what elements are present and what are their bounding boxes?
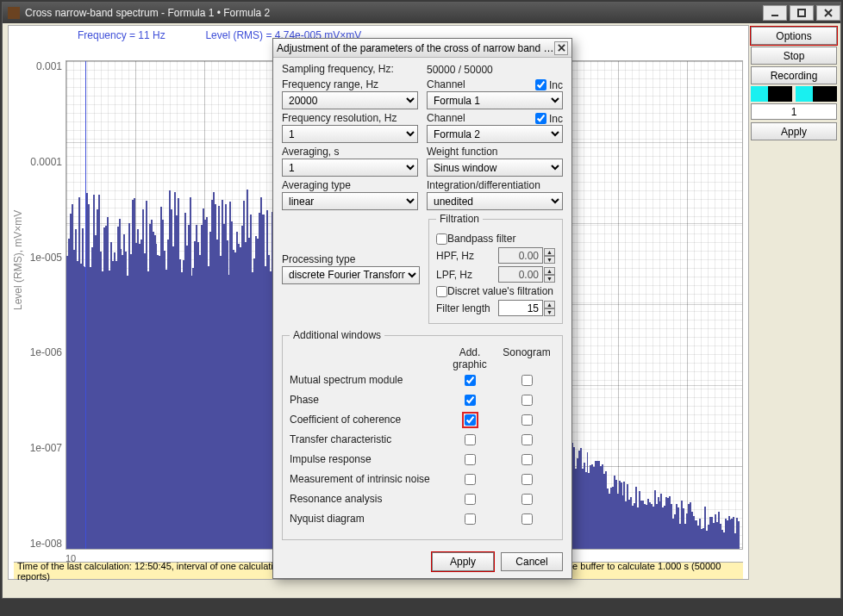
sidebar-value-input[interactable]	[751, 103, 837, 120]
channel2-label: Channel	[427, 112, 465, 124]
right-sidebar: Options Stop Recording Apply	[751, 27, 837, 142]
options-button[interactable]: Options	[751, 27, 837, 45]
weight-func-label: Weight function	[427, 146, 563, 158]
addwin-graphic-checkbox[interactable]	[465, 513, 476, 525]
dialog-titlebar[interactable]: Adjustment of the parameters of the cros…	[273, 39, 571, 58]
averaging-type-select[interactable]: linear	[282, 192, 418, 210]
addwin-sonogram-checkbox[interactable]	[521, 513, 533, 525]
dialog-apply-button[interactable]: Apply	[432, 552, 494, 571]
channel2-inc-checkbox[interactable]	[535, 113, 546, 124]
sampling-freq-value: 50000 / 50000	[427, 64, 563, 76]
filter-length-input[interactable]	[498, 300, 543, 316]
discret-label: Discret value's filtration	[447, 285, 555, 297]
addwin-graphic-checkbox[interactable]	[465, 494, 476, 505]
addwin-row-label: Nyquist diagram	[290, 513, 441, 525]
stop-button[interactable]: Stop	[751, 47, 837, 65]
hpf-input[interactable]	[498, 247, 543, 264]
dialog-title: Adjustment of the parameters of the cros…	[277, 42, 554, 54]
processing-type-select[interactable]: discrete Fourier Transform	[282, 266, 420, 284]
lpf-up-icon[interactable]: ▲	[544, 267, 555, 275]
addwin-graphic-checkbox[interactable]	[465, 434, 476, 445]
lpf-input[interactable]	[498, 266, 543, 283]
sampling-freq-label: Sampling frequency, Hz:	[282, 63, 418, 75]
close-button[interactable]	[816, 5, 840, 21]
addwin-row-label: Resonance analysis	[290, 493, 441, 505]
addwin-sonogram-checkbox[interactable]	[521, 434, 533, 445]
freq-res-select[interactable]: 1	[282, 125, 418, 143]
lpf-label: LPF, Hz	[436, 269, 498, 281]
hpf-up-icon[interactable]: ▲	[544, 248, 555, 256]
y-axis-label: Level (RMS), mV×mV	[12, 210, 24, 310]
main-window-title: Cross narrow-band spectrum - Formula 1 •…	[25, 7, 760, 19]
additional-windows-legend: Additional windows	[290, 329, 384, 341]
sidebar-apply-button[interactable]: Apply	[751, 122, 837, 140]
addwin-graphic-checkbox[interactable]	[465, 474, 476, 485]
channel2-select[interactable]: Formula 2	[427, 125, 563, 143]
addwin-graphic-checkbox[interactable]	[465, 454, 476, 465]
averaging-type-label: Averaging type	[282, 179, 418, 191]
freq-range-select[interactable]: 20000	[282, 91, 418, 109]
channel1-inc-checkbox[interactable]	[535, 79, 546, 90]
integration-label: Integration/differentiation	[427, 179, 563, 191]
channel1-swatch[interactable]	[751, 86, 792, 102]
flen-down-icon[interactable]: ▼	[544, 308, 555, 316]
y-axis-ticks: 0.0010.00011e-0051e-0061e-0071e-008	[24, 60, 62, 550]
addwin-sonogram-checkbox[interactable]	[521, 414, 533, 426]
hpf-label: HPF, Hz	[436, 250, 498, 262]
parameters-dialog: Adjustment of the parameters of the cros…	[272, 38, 572, 579]
hpf-down-icon[interactable]: ▼	[544, 256, 555, 264]
addwin-sonogram-checkbox[interactable]	[521, 395, 533, 406]
channel1-select[interactable]: Formula 1	[427, 91, 563, 109]
bandpass-checkbox[interactable]	[436, 233, 447, 245]
lpf-down-icon[interactable]: ▼	[544, 275, 555, 283]
discret-checkbox[interactable]	[436, 286, 447, 297]
addwin-row-label: Phase	[290, 394, 441, 406]
freq-res-label: Frequency resolution, Hz	[282, 112, 418, 124]
maximize-button[interactable]	[790, 5, 814, 21]
dialog-close-button[interactable]	[554, 41, 568, 55]
addwin-row-label: Coefficient of coherence	[290, 414, 441, 426]
addwin-sonogram-checkbox[interactable]	[521, 474, 533, 485]
channel1-label: Channel	[427, 78, 465, 90]
freq-range-label: Frequency range, Hz	[282, 78, 418, 90]
bandpass-label: Bandpass filter	[447, 233, 555, 245]
cursor-frequency: Frequency = 11 Hz	[78, 29, 165, 41]
integration-select[interactable]: unedited	[427, 192, 563, 210]
addwin-row-label: Mutual spectrum module	[290, 374, 441, 386]
addwin-sonogram-checkbox[interactable]	[521, 375, 533, 386]
cursor-line[interactable]	[85, 61, 86, 549]
averaging-select[interactable]: 1	[282, 159, 418, 177]
addwin-row-label: Measurement of intrinsic noise	[290, 473, 441, 485]
flen-up-icon[interactable]: ▲	[544, 301, 555, 308]
addwin-graphic-checkbox[interactable]	[465, 414, 476, 426]
addwin-sonogram-checkbox[interactable]	[521, 494, 533, 505]
processing-type-label: Processing type	[282, 253, 420, 265]
addwin-row-label: Transfer characteristic	[290, 433, 441, 445]
minimize-button[interactable]	[763, 5, 787, 21]
channel2-swatch[interactable]	[796, 86, 837, 102]
addwin-sonogram-checkbox[interactable]	[521, 454, 533, 465]
averaging-label: Averaging, s	[282, 146, 418, 158]
addwin-row-label: Impulse response	[290, 453, 441, 465]
filtration-group: Filtration Bandpass filter HPF, Hz ▲▼ LP…	[428, 213, 563, 324]
main-titlebar[interactable]: Cross narrow-band spectrum - Formula 1 •…	[3, 3, 840, 23]
additional-windows-group: Additional windows Add. graphic Sonogram…	[282, 329, 563, 540]
addwin-col2: Sonogram	[498, 346, 555, 370]
app-icon	[8, 7, 20, 19]
addwin-graphic-checkbox[interactable]	[465, 375, 476, 386]
weight-func-select[interactable]: Sinus window	[427, 159, 563, 177]
filter-length-label: Filter length	[436, 302, 498, 314]
addwin-graphic-checkbox[interactable]	[465, 395, 476, 406]
addwin-col1: Add. graphic	[441, 346, 498, 370]
dialog-cancel-button[interactable]: Cancel	[501, 552, 563, 571]
recording-button[interactable]: Recording	[751, 66, 837, 84]
filtration-legend: Filtration	[436, 213, 483, 225]
svg-rect-0	[798, 9, 805, 16]
